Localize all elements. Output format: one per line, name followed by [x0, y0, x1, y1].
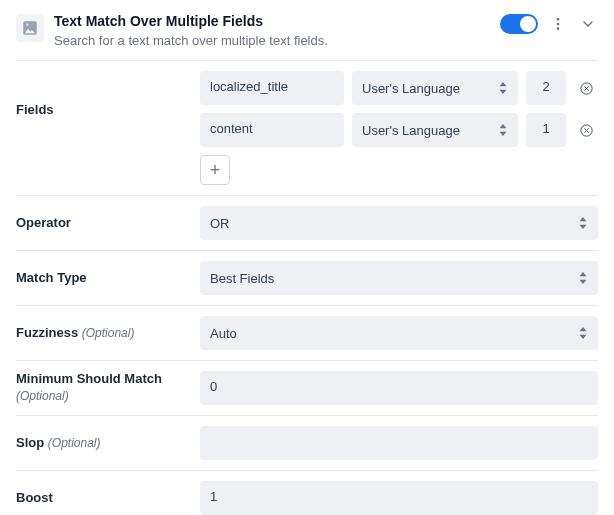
match-type-select[interactable]: Best Fields — [200, 261, 598, 295]
slop-input[interactable] — [200, 426, 598, 460]
svg-point-0 — [557, 18, 560, 21]
close-circle-icon — [579, 81, 594, 96]
fields-row: Fields localized_title User's Language 2… — [16, 61, 598, 196]
field-name-input[interactable]: content — [200, 113, 344, 147]
match-type-label: Match Type — [16, 270, 188, 287]
min-should-match-label: Minimum Should Match (Optional) — [16, 371, 188, 405]
field-lang-value: User's Language — [362, 123, 460, 138]
sort-icon — [578, 217, 588, 229]
more-vert-icon — [550, 16, 566, 32]
match-type-row: Match Type Best Fields — [16, 251, 598, 306]
optional-hint: (Optional) — [48, 436, 101, 450]
fuzziness-value: Auto — [210, 326, 237, 341]
optional-hint: (Optional) — [16, 389, 69, 403]
fuzziness-row: Fuzziness (Optional) Auto — [16, 306, 598, 361]
panel-title: Text Match Over Multiple Fields — [54, 12, 490, 30]
field-lang-select[interactable]: User's Language — [352, 113, 518, 147]
field-name-input[interactable]: localized_title — [200, 71, 344, 105]
fields-label: Fields — [16, 71, 188, 147]
fields-column: localized_title User's Language 2 conten… — [200, 71, 598, 185]
field-row: content User's Language 1 — [200, 113, 598, 147]
close-circle-icon — [579, 123, 594, 138]
panel-thumbnail — [16, 14, 44, 42]
min-should-match-input[interactable]: 0 — [200, 371, 598, 405]
remove-field-button[interactable] — [574, 118, 598, 142]
sort-icon — [498, 124, 508, 136]
field-weight-input[interactable]: 1 — [526, 113, 566, 147]
panel-actions — [500, 14, 598, 34]
more-menu-button[interactable] — [548, 14, 568, 34]
collapse-button[interactable] — [578, 14, 598, 34]
field-weight-input[interactable]: 2 — [526, 71, 566, 105]
sort-icon — [578, 272, 588, 284]
slop-row: Slop (Optional) — [16, 416, 598, 471]
fuzziness-select[interactable]: Auto — [200, 316, 598, 350]
panel-header: Text Match Over Multiple Fields Search f… — [16, 8, 598, 60]
operator-value: OR — [210, 216, 230, 231]
operator-select[interactable]: OR — [200, 206, 598, 240]
field-lang-select[interactable]: User's Language — [352, 71, 518, 105]
panel-subtitle: Search for a text match over multiple te… — [54, 32, 490, 50]
sort-icon — [578, 327, 588, 339]
operator-row: Operator OR — [16, 196, 598, 251]
min-should-match-row: Minimum Should Match (Optional) 0 — [16, 361, 598, 416]
slop-label: Slop (Optional) — [16, 435, 188, 452]
field-lang-value: User's Language — [362, 81, 460, 96]
svg-point-1 — [557, 23, 560, 26]
panel-title-block: Text Match Over Multiple Fields Search f… — [54, 12, 490, 50]
field-row: localized_title User's Language 2 — [200, 71, 598, 105]
enable-toggle[interactable] — [500, 14, 538, 34]
boost-input[interactable]: 1 — [200, 481, 598, 515]
add-field-button[interactable]: + — [200, 155, 230, 185]
boost-label: Boost — [16, 490, 188, 507]
boost-row: Boost 1 — [16, 471, 598, 515]
operator-label: Operator — [16, 215, 188, 232]
remove-field-button[interactable] — [574, 76, 598, 100]
sort-icon — [498, 82, 508, 94]
optional-hint: (Optional) — [82, 326, 135, 340]
svg-point-2 — [557, 27, 560, 30]
fuzziness-label: Fuzziness (Optional) — [16, 325, 188, 342]
chevron-down-icon — [580, 16, 596, 32]
image-icon — [21, 19, 39, 37]
config-panel: Text Match Over Multiple Fields Search f… — [0, 0, 614, 515]
match-type-value: Best Fields — [210, 271, 274, 286]
